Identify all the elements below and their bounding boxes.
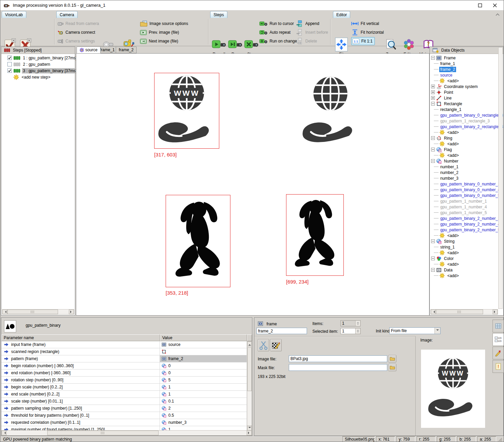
tree-item-frame-2[interactable]: frame_2	[430, 66, 503, 72]
tab-camera[interactable]: Camera	[56, 11, 78, 18]
param-row-10[interactable]: pattern sampling step (number) [1..250]2	[1, 405, 247, 412]
tree-item-frame-1[interactable]: frame_1	[430, 61, 503, 66]
tree-add-item[interactable]: <add>	[430, 129, 503, 135]
expand-icon[interactable]	[431, 96, 435, 100]
tree-add-item[interactable]: <add>	[430, 250, 503, 256]
tree-item-gpu-pattern-binary-0-number-1[interactable]: gpu_pattern_binary_0_number_1	[430, 181, 503, 187]
browse-mask-file-button[interactable]	[388, 364, 396, 371]
tree-item-data[interactable]: Data	[430, 267, 503, 273]
scroll-right-button[interactable]	[69, 310, 74, 314]
param-name-cell[interactable]: scanned region (rectangle)	[1, 348, 160, 355]
next-image-button[interactable]: Next image (file)	[140, 37, 178, 45]
spin-up[interactable]	[356, 328, 360, 331]
tree-add-item[interactable]: <add>	[430, 273, 503, 278]
tree-vscrollbar[interactable]	[498, 47, 503, 309]
object-info-button[interactable]: !	[493, 360, 504, 373]
auto-repeat-button[interactable]: Auto repeat	[259, 28, 290, 36]
tree-item-rectangle-1[interactable]: rectangle_1	[430, 107, 503, 112]
param-row-8[interactable]: end scale (number) [0.2..2]1	[1, 391, 247, 398]
param-name-cell[interactable]: begin rotation (number) [-360..360]	[1, 362, 160, 369]
collapse-icon[interactable]	[431, 56, 435, 60]
tree-add-item[interactable]: <add>	[430, 78, 503, 84]
param-row-12[interactable]: requested correlation (number) [0.1..1]n…	[1, 419, 247, 426]
param-name-cell[interactable]: pattern (frame)	[1, 355, 160, 362]
collapse-icon[interactable]	[431, 136, 435, 140]
tree-item-rectangle[interactable]: Rectangle	[430, 101, 503, 107]
pattern-edit-button[interactable]	[270, 339, 282, 351]
scroll-right-button[interactable]	[247, 431, 252, 435]
param-table-hscrollbar[interactable]	[1, 430, 252, 436]
run-to-cursor-button[interactable]: Run to cursor	[259, 20, 294, 28]
delete-step-button[interactable]: Delete	[297, 37, 317, 45]
tree-add-item[interactable]: <add>	[430, 141, 503, 147]
param-name-cell[interactable]: end scale (number) [0.2..2]	[1, 391, 160, 397]
tree-item-frame[interactable]: Frame	[430, 55, 503, 61]
mask-file-input[interactable]	[289, 364, 387, 371]
param-row-1[interactable]: input frame (frame)source	[1, 341, 247, 348]
tree-item-color[interactable]: Color	[430, 256, 503, 261]
param-name-cell[interactable]: scale step (number) [0.01..1]	[1, 398, 160, 405]
collapse-ribbon-button[interactable]	[494, 12, 501, 17]
param-name-cell[interactable]: end rotation (number) [-360..360]	[1, 370, 160, 376]
tab-visionlab[interactable]: VisionLab	[2, 11, 26, 18]
image-canvas[interactable]: WWW [317, 603] [353, 218] [699, 234]	[76, 53, 429, 316]
scroll-thumb[interactable]	[47, 431, 159, 435]
scroll-left-button[interactable]	[431, 310, 436, 314]
image-file-input[interactable]	[289, 355, 387, 362]
param-value-cell[interactable]: 1	[160, 384, 247, 390]
tree-item-gpu-pattern-binary-0-number-4[interactable]: gpu_pattern_binary_0_number_4	[430, 187, 503, 193]
param-value-cell[interactable]: source	[160, 341, 247, 348]
tree-item-gpu-pattern-binary-2-number-5[interactable]: gpu_pattern_binary_2_number_5	[430, 227, 503, 233]
scroll-thumb[interactable]	[7, 310, 58, 314]
tree-item-gpu-pattern-1-number-4[interactable]: gpu_pattern_1_number_4	[430, 204, 503, 210]
collapse-icon[interactable]	[431, 257, 435, 260]
tree-item-number-2[interactable]: number_2	[430, 170, 503, 175]
param-value-cell[interactable]: 0.1	[160, 398, 247, 405]
read-from-camera-button[interactable]: Read from camera	[58, 20, 99, 28]
column-value[interactable]: Value	[160, 334, 247, 341]
collapse-icon[interactable]	[431, 148, 435, 151]
edit-object-button[interactable]	[493, 347, 504, 359]
param-value-cell[interactable]: 0	[160, 370, 247, 376]
collapse-icon[interactable]	[431, 102, 435, 106]
view-table-button[interactable]	[493, 320, 504, 332]
expand-icon[interactable]	[431, 85, 435, 88]
param-row-7[interactable]: begin scale (number) [0.2..2]1	[1, 384, 247, 391]
collapse-icon[interactable]	[431, 159, 435, 163]
scroll-thumb[interactable]	[436, 310, 483, 314]
selected-item-spinner[interactable]: 1	[340, 328, 361, 334]
tree-item-string-1[interactable]: string_1	[430, 244, 503, 250]
tree-item-gpu-pattern-binary-2-rectangle-3[interactable]: gpu_pattern_binary_2_rectangle_3	[430, 124, 503, 129]
scroll-left-button[interactable]	[2, 431, 7, 435]
param-row-6[interactable]: rotation step (number) [0..90]5	[1, 377, 247, 384]
scroll-thumb[interactable]	[247, 347, 252, 391]
run-on-change-button[interactable]: Run on change	[259, 37, 297, 45]
tree-item-string[interactable]: String	[430, 238, 503, 244]
close-window-button[interactable]	[489, 1, 501, 10]
step-checkbox[interactable]	[7, 62, 12, 66]
tree-item-source[interactable]: source	[430, 72, 503, 78]
param-row-2[interactable]: scanned region (rectangle)	[1, 348, 247, 355]
param-value-cell[interactable]: frame_2	[160, 355, 247, 362]
param-value-cell[interactable]: 5	[160, 377, 247, 383]
maximize-button[interactable]	[474, 1, 486, 10]
items-spinner[interactable]: 1	[340, 320, 361, 326]
tree-item-gpu-pattern-binary-2-number-1[interactable]: gpu_pattern_binary_2_number_1	[430, 215, 503, 221]
param-value-cell[interactable]: 1	[160, 391, 247, 397]
param-row-11[interactable]: threshold for binary patterns (number) […	[1, 412, 247, 419]
tree-item-number[interactable]: Number	[430, 158, 503, 164]
tree-item-gpu-pattern-1-number-1[interactable]: gpu_pattern_1_number_1	[430, 198, 503, 204]
canvas-tab-frame-2[interactable]: frame_2	[116, 47, 137, 53]
tree-item-coordinate-system[interactable]: Coordinate system	[430, 84, 503, 89]
tree-item-ring[interactable]: Ring	[430, 135, 503, 141]
param-table-vscrollbar[interactable]	[247, 341, 252, 431]
scroll-right-button[interactable]	[493, 310, 498, 314]
tree-add-item[interactable]: <add>	[430, 261, 503, 267]
tree-item-gpu-pattern-binary-2-number-4[interactable]: gpu_pattern_binary_2_number_4	[430, 221, 503, 227]
tree-item-gpu-pattern-1-rectangle-3[interactable]: gpu_pattern_1_rectangle_3	[430, 118, 503, 124]
resize-grip[interactable]	[498, 437, 502, 442]
step-item-1[interactable]: 1 : gpu_pattern_binary [27ms]	[1, 55, 75, 61]
expand-icon[interactable]	[431, 90, 435, 94]
scroll-left-button[interactable]	[2, 310, 7, 314]
spin-down[interactable]	[356, 331, 360, 334]
